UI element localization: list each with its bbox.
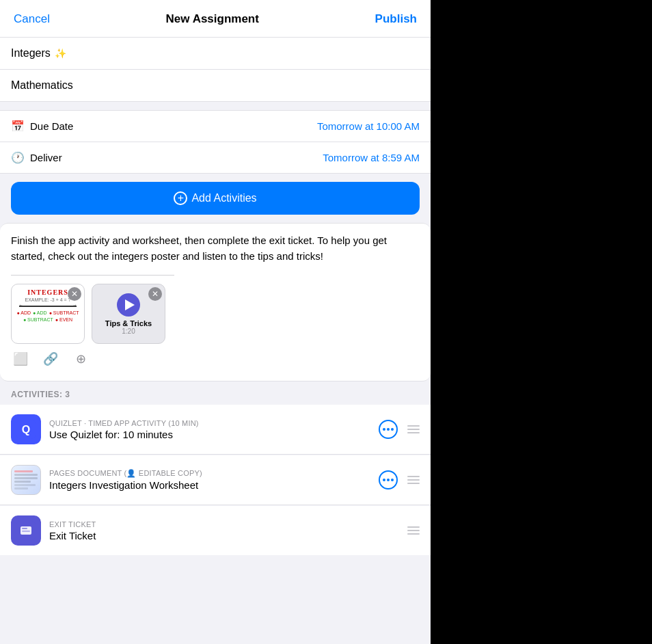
svg-rect-5 <box>22 531 30 532</box>
play-button-icon <box>117 293 140 317</box>
quizlet-name: Use Quizlet for: 10 minutes <box>49 429 370 440</box>
title-text: Integers <box>11 47 51 59</box>
subject-text: Mathematics <box>11 79 73 91</box>
exit-ticket-logo-icon <box>16 521 36 540</box>
video-label: Tips & Tricks 1:20 <box>105 319 152 335</box>
deliver-label: 🕐 Deliver <box>11 151 62 164</box>
pages-icon <box>11 465 41 495</box>
activity-card-quizlet[interactable]: Q QUIZLET · TIMED APP ACTIVITY (10 MIN) … <box>0 405 431 455</box>
exit-ticket-drag-handle[interactable] <box>407 526 420 535</box>
modal-container: Cancel New Assignment Publish Integers ✨… <box>0 0 431 644</box>
publish-button[interactable]: Publish <box>375 12 417 26</box>
link-icon[interactable]: 🔗 <box>41 349 60 368</box>
integers-poster-attachment[interactable]: ✕ INTEGERS EXAMPLE: -3 + 4 = ? ← → ● ADD… <box>11 284 85 344</box>
activity-card-pages[interactable]: PAGES DOCUMENT (👤 EDITABLE COPY) Integer… <box>0 455 431 505</box>
quizlet-content: QUIZLET · TIMED APP ACTIVITY (10 MIN) Us… <box>49 419 370 440</box>
due-date-text: Due Date <box>30 120 73 132</box>
integers-example: EXAMPLE: -3 + 4 = ? <box>25 297 71 302</box>
remove-video-button[interactable]: ✕ <box>148 287 162 301</box>
toolbar-row: ⬜ 🔗 ⊕ <box>11 344 420 371</box>
exit-ticket-type: EXIT TICKET <box>49 520 399 528</box>
image-insert-icon[interactable]: ⬜ <box>11 349 30 368</box>
clock-icon: 🕐 <box>11 151 25 164</box>
pages-thumbnail <box>11 465 41 495</box>
plus-circle-icon: + <box>174 191 187 205</box>
remove-integers-button[interactable]: ✕ <box>68 287 81 301</box>
title-section: Integers ✨ Mathematics <box>0 38 431 102</box>
due-date-label: 📅 Due Date <box>11 120 73 133</box>
pages-drag-handle[interactable] <box>407 476 420 484</box>
exit-ticket-actions <box>407 526 420 535</box>
cancel-button[interactable]: Cancel <box>14 12 50 26</box>
pages-actions <box>379 470 420 489</box>
activities-list: Q QUIZLET · TIMED APP ACTIVITY (10 MIN) … <box>0 405 431 555</box>
quizlet-drag-handle[interactable] <box>407 425 420 433</box>
quizlet-icon: Q <box>11 414 41 444</box>
date-section: 📅 Due Date Tomorrow at 10:00 AM 🕐 Delive… <box>0 110 431 174</box>
video-duration: 1:20 <box>105 327 152 335</box>
quizlet-type: QUIZLET · TIMED APP ACTIVITY (10 MIN) <box>49 419 370 427</box>
exit-ticket-icon <box>11 515 41 546</box>
video-title: Tips & Tricks <box>105 319 152 327</box>
title-field[interactable]: Integers ✨ <box>0 38 431 70</box>
pages-more-button[interactable] <box>379 470 398 489</box>
pages-preview <box>12 468 40 492</box>
divider <box>11 275 174 276</box>
svg-text:Q: Q <box>22 424 30 435</box>
pages-type: PAGES DOCUMENT (👤 EDITABLE COPY) <box>49 469 370 478</box>
deliver-text: Deliver <box>30 152 62 163</box>
play-triangle <box>125 299 135 310</box>
pages-content: PAGES DOCUMENT (👤 EDITABLE COPY) Integer… <box>49 469 370 491</box>
add-activities-label: Add Activities <box>191 192 256 204</box>
svg-rect-4 <box>22 528 27 529</box>
exit-ticket-name: Exit Ticket <box>49 530 399 541</box>
activities-count-header: ACTIVITIES: 3 <box>0 381 431 405</box>
notes-section[interactable]: Finish the app activity and worksheet, t… <box>0 223 431 381</box>
add-activities-button[interactable]: + Add Activities <box>11 182 420 215</box>
calendar-icon: 📅 <box>11 120 25 133</box>
quizlet-more-button[interactable] <box>379 420 398 439</box>
subject-field[interactable]: Mathematics <box>0 70 431 101</box>
deliver-value: Tomorrow at 8:59 AM <box>323 152 420 163</box>
activity-card-exit-ticket[interactable]: EXIT TICKET Exit Ticket <box>0 506 431 555</box>
quizlet-logo-icon: Q <box>16 420 36 439</box>
header: Cancel New Assignment Publish <box>0 0 431 38</box>
number-line: ← → <box>19 306 77 307</box>
more-dots-icon <box>383 428 394 431</box>
tips-tricks-video-attachment[interactable]: ✕ Tips & Tricks 1:20 <box>92 284 165 344</box>
plus-icon[interactable]: ⊕ <box>71 349 90 368</box>
due-date-row[interactable]: 📅 Due Date Tomorrow at 10:00 AM <box>0 111 431 142</box>
quizlet-actions <box>379 420 420 439</box>
notes-text: Finish the app activity and worksheet, t… <box>11 233 420 264</box>
attachments-row: ✕ INTEGERS EXAMPLE: -3 + 4 = ? ← → ● ADD… <box>11 284 420 344</box>
exit-ticket-content: EXIT TICKET Exit Ticket <box>49 520 399 541</box>
integers-details: ● ADD ● ADD ● SUBTRACT ● SUBTRACT ● EVEN <box>16 310 80 322</box>
integers-logo-text: INTEGERS <box>27 289 68 296</box>
deliver-row[interactable]: 🕐 Deliver Tomorrow at 8:59 AM <box>0 142 431 173</box>
sparkle-icon: ✨ <box>55 48 66 59</box>
pages-more-dots-icon <box>383 479 394 481</box>
page-title: New Assignment <box>166 12 259 26</box>
pages-name: Integers Investigation Worksheet <box>49 479 370 491</box>
due-date-value: Tomorrow at 10:00 AM <box>317 120 420 132</box>
